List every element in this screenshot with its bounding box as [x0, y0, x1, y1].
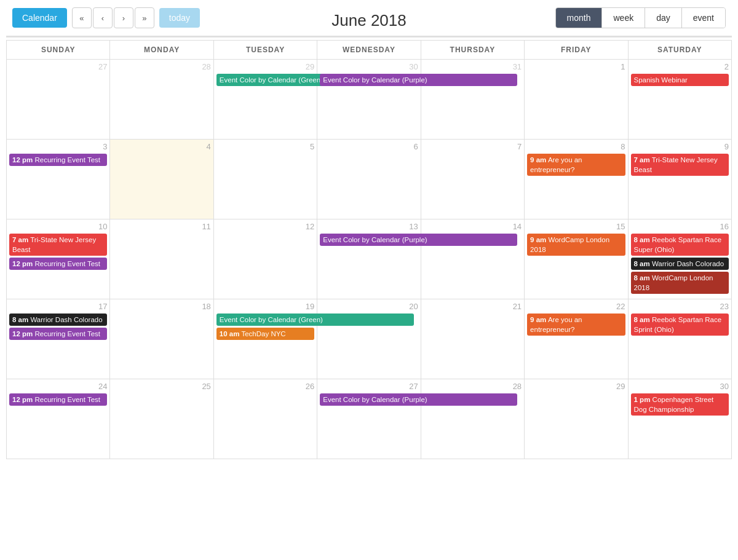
calendar-event[interactable]: 12 pm Recurring Event Test: [9, 328, 107, 340]
day-number: 21: [424, 302, 522, 311]
calendar-cell[interactable]: 2412 pm Recurring Event Test: [7, 379, 110, 459]
day-number: 27: [320, 382, 418, 391]
day-number: 29: [527, 382, 625, 391]
calendar-cell[interactable]: 168 am Reebok Spartan Race Super (Ohio)8…: [628, 219, 731, 299]
view-event-button[interactable]: event: [682, 8, 725, 28]
day-number: 3: [9, 142, 107, 151]
view-day-button[interactable]: day: [645, 8, 682, 28]
calendar-event[interactable]: 9 am WordCamp London 2018: [527, 234, 625, 256]
day-number: 26: [216, 382, 314, 391]
view-switcher: month week day event: [555, 7, 726, 28]
day-number: 4: [113, 142, 210, 151]
today-button[interactable]: today: [159, 8, 200, 28]
day-number: 19: [216, 302, 314, 311]
day-number: 29: [216, 62, 314, 71]
calendar-cell[interactable]: 18: [110, 299, 213, 379]
calendar-cell[interactable]: 29Event Color by Calendar (Green): [213, 60, 317, 140]
day-number: 28: [424, 382, 522, 391]
day-number: 6: [320, 142, 418, 151]
calendar-event[interactable]: 8 am Warrior Dash Colorado: [631, 258, 729, 270]
day-number: 14: [424, 222, 522, 231]
col-saturday: SATURDAY: [628, 41, 731, 60]
calendar-event[interactable]: Event Color by Calendar (Purple): [320, 74, 517, 86]
calendar-cell[interactable]: 13Event Color by Calendar (Purple): [317, 219, 421, 299]
calendar-cell[interactable]: 20: [317, 299, 421, 379]
last-nav-button[interactable]: »: [135, 7, 154, 28]
day-number: 5: [216, 142, 314, 151]
calendar-cell[interactable]: 107 am Tri-State New Jersey Beast12 pm R…: [7, 219, 110, 299]
calendar-cell[interactable]: 26: [213, 379, 317, 459]
calendar-cell[interactable]: 1: [525, 60, 628, 140]
day-number: 8: [527, 142, 625, 151]
calendar-event[interactable]: 8 am WordCamp London 2018: [631, 272, 729, 294]
calendar-cell[interactable]: 31: [421, 60, 524, 140]
prev-nav-button[interactable]: ‹: [93, 7, 113, 28]
calendar-cell[interactable]: 14: [421, 219, 524, 299]
calendar-cell[interactable]: 238 am Reebok Spartan Race Sprint (Ohio): [628, 299, 731, 379]
calendar-event[interactable]: Event Color by Calendar (Green): [216, 314, 414, 326]
calendar-event[interactable]: Event Color by Calendar (Purple): [320, 393, 517, 406]
col-monday: MONDAY: [110, 41, 213, 60]
calendar-event[interactable]: 7 am Tri-State New Jersey Beast: [631, 154, 729, 176]
calendar-cell[interactable]: 159 am WordCamp London 2018: [525, 219, 628, 299]
calendar-event[interactable]: 8 am Warrior Dash Colorado: [9, 314, 107, 326]
day-number: 31: [424, 62, 522, 71]
day-number: 30: [320, 62, 418, 71]
calendar-cell[interactable]: 28: [110, 60, 213, 140]
view-week-button[interactable]: week: [602, 8, 645, 28]
day-number: 28: [113, 62, 210, 71]
calendar-event[interactable]: 12 pm Recurring Event Test: [9, 393, 107, 406]
calendar-cell[interactable]: 229 am Are you an entrepreneur?: [525, 299, 628, 379]
next-nav-button[interactable]: ›: [114, 7, 133, 28]
col-friday: FRIDAY: [525, 41, 628, 60]
day-number: 15: [527, 222, 625, 231]
calendar-cell[interactable]: 29: [525, 379, 628, 459]
calendar-cell[interactable]: 89 am Are you an entrepreneur?: [525, 140, 628, 219]
calendar-event[interactable]: 10 am TechDay NYC: [216, 328, 314, 340]
calendar-cell[interactable]: 25: [110, 379, 213, 459]
calendar-cell[interactable]: 301 pm Copenhagen Street Dog Championshi…: [628, 379, 731, 459]
day-number: 17: [9, 302, 107, 311]
day-number: 25: [113, 382, 210, 391]
calendar-cell[interactable]: 27Event Color by Calendar (Purple): [317, 379, 421, 459]
col-thursday: THURSDAY: [421, 41, 524, 60]
calendar-event[interactable]: 8 am Reebok Spartan Race Sprint (Ohio): [631, 314, 729, 336]
page-title: June 2018: [331, 11, 406, 30]
calendar-cell[interactable]: 12: [213, 219, 317, 299]
calendar-cell[interactable]: 4: [110, 140, 213, 219]
calendar-event[interactable]: 9 am Are you an entrepreneur?: [527, 314, 625, 336]
calendar-cell[interactable]: 97 am Tri-State New Jersey Beast: [628, 140, 731, 219]
calendar-cell[interactable]: 5: [213, 140, 317, 219]
day-number: 2: [631, 62, 729, 71]
calendar-cell[interactable]: 19Event Color by Calendar (Green)10 am T…: [213, 299, 317, 379]
calendar-cell[interactable]: 6: [317, 140, 421, 219]
day-number: 1: [527, 62, 625, 71]
calendar-event[interactable]: 7 am Tri-State New Jersey Beast: [9, 234, 107, 256]
calendar-cell[interactable]: 30Event Color by Calendar (Purple): [317, 60, 421, 140]
calendar-cell[interactable]: 27: [7, 60, 110, 140]
day-number: 23: [631, 302, 729, 311]
calendar-event[interactable]: 12 pm Recurring Event Test: [9, 154, 107, 166]
calendar-button[interactable]: Calendar: [12, 8, 67, 28]
calendar-event[interactable]: Spanish Webinar: [631, 74, 729, 86]
calendar-event[interactable]: 8 am Reebok Spartan Race Super (Ohio): [631, 234, 729, 256]
day-number: 20: [320, 302, 418, 311]
view-month-button[interactable]: month: [556, 8, 603, 28]
calendar-table: SUNDAY MONDAY TUESDAY WEDNESDAY THURSDAY…: [6, 40, 732, 459]
calendar-cell[interactable]: 21: [421, 299, 524, 379]
calendar-cell[interactable]: 178 am Warrior Dash Colorado12 pm Recurr…: [7, 299, 110, 379]
calendar-cell[interactable]: 28: [421, 379, 524, 459]
calendar-event[interactable]: 9 am Are you an entrepreneur?: [527, 154, 625, 176]
calendar-cell[interactable]: 7: [421, 140, 524, 219]
calendar-cell[interactable]: 11: [110, 219, 213, 299]
calendar-cell[interactable]: 312 pm Recurring Event Test: [7, 140, 110, 219]
calendar-event[interactable]: 12 pm Recurring Event Test: [9, 258, 107, 270]
day-number: 30: [631, 382, 729, 391]
calendar-event[interactable]: Event Color by Calendar (Purple): [320, 234, 517, 246]
calendar-cell[interactable]: 2Spanish Webinar: [628, 60, 731, 140]
first-nav-button[interactable]: «: [72, 7, 92, 28]
day-number: 7: [424, 142, 522, 151]
day-number: 12: [216, 222, 314, 231]
day-number: 22: [527, 302, 625, 311]
calendar-event[interactable]: 1 pm Copenhagen Street Dog Championship: [631, 393, 729, 416]
